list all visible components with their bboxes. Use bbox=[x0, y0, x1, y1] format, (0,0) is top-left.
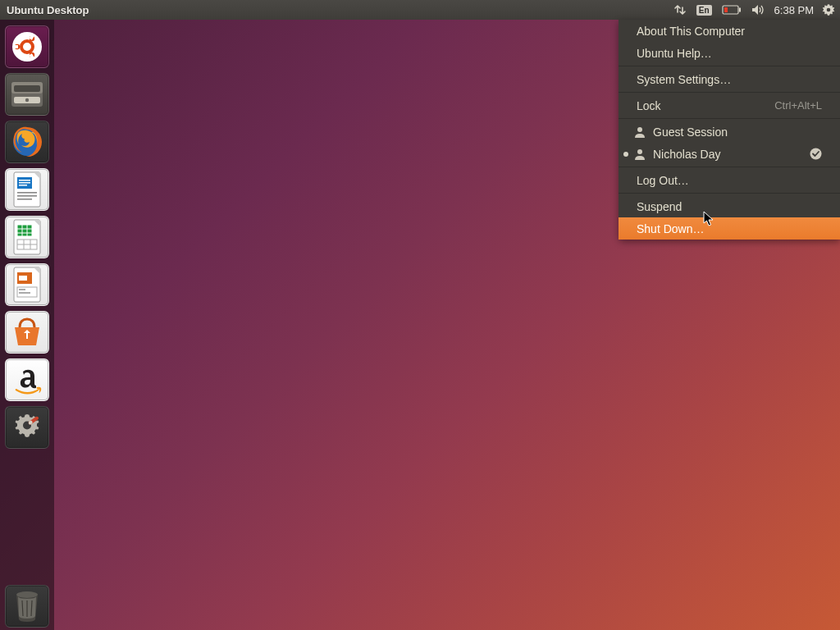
svg-point-50 bbox=[637, 127, 642, 132]
menu-help-label: Ubuntu Help… bbox=[637, 47, 712, 60]
svg-rect-24 bbox=[17, 195, 37, 197]
svg-point-46 bbox=[16, 591, 38, 598]
launcher-software[interactable] bbox=[5, 311, 49, 354]
launcher-impress[interactable] bbox=[5, 263, 49, 306]
menu-separator bbox=[619, 92, 840, 93]
top-panel: Ubuntu Desktop En 6:38 PM bbox=[0, 0, 840, 20]
svg-rect-20 bbox=[19, 180, 30, 181]
svg-point-16 bbox=[25, 98, 29, 102]
menu-guest-label: Guest Session bbox=[653, 126, 728, 139]
svg-rect-27 bbox=[17, 225, 32, 236]
writer-icon bbox=[11, 171, 43, 208]
trash-icon bbox=[11, 588, 43, 624]
menu-about[interactable]: About This Computer bbox=[619, 20, 840, 42]
clock-text: 6:38 PM bbox=[774, 4, 814, 16]
menu-user-label: Nicholas Day bbox=[653, 148, 720, 161]
battery-indicator[interactable] bbox=[717, 0, 746, 20]
menu-about-label: About This Computer bbox=[637, 25, 745, 38]
menu-settings-label: System Settings… bbox=[637, 73, 731, 86]
menu-logout-label: Log Out… bbox=[637, 174, 689, 187]
calc-icon bbox=[11, 218, 43, 256]
gear-icon bbox=[822, 3, 835, 16]
launcher-amazon[interactable] bbox=[5, 358, 49, 401]
svg-rect-41 bbox=[19, 289, 25, 290]
software-center-icon bbox=[10, 316, 44, 349]
menu-help[interactable]: Ubuntu Help… bbox=[619, 42, 840, 64]
launcher-calc[interactable] bbox=[5, 216, 49, 258]
check-badge-icon bbox=[810, 148, 822, 160]
launcher-writer[interactable] bbox=[5, 168, 49, 211]
launcher bbox=[0, 20, 54, 630]
firefox-icon bbox=[9, 124, 45, 160]
person-icon bbox=[633, 148, 646, 161]
svg-rect-42 bbox=[19, 292, 30, 294]
menu-separator bbox=[619, 66, 840, 66]
svg-rect-23 bbox=[17, 192, 37, 194]
svg-point-3 bbox=[827, 8, 831, 12]
menu-settings[interactable]: System Settings… bbox=[619, 68, 840, 90]
person-icon bbox=[633, 126, 646, 139]
menu-separator bbox=[619, 193, 840, 194]
menu-shutdown-label: Shut Down… bbox=[637, 222, 704, 235]
menu-user[interactable]: Nicholas Day bbox=[619, 143, 840, 165]
menu-guest[interactable]: Guest Session bbox=[619, 121, 840, 143]
keyboard-label: En bbox=[696, 5, 712, 16]
svg-rect-21 bbox=[19, 182, 30, 184]
network-indicator[interactable] bbox=[669, 0, 692, 20]
launcher-firefox[interactable] bbox=[5, 121, 49, 163]
menu-lock-label: Lock bbox=[637, 99, 661, 112]
menu-shutdown[interactable]: Shut Down… bbox=[619, 217, 840, 240]
launcher-files[interactable] bbox=[5, 73, 49, 116]
panel-title: Ubuntu Desktop bbox=[0, 4, 89, 16]
network-icon bbox=[673, 3, 687, 16]
menu-lock-shortcut: Ctrl+Alt+L bbox=[774, 99, 822, 112]
launcher-dash[interactable] bbox=[5, 25, 49, 68]
svg-rect-11 bbox=[13, 45, 18, 48]
svg-rect-2 bbox=[724, 7, 728, 12]
svg-rect-22 bbox=[19, 185, 27, 186]
launcher-trash[interactable] bbox=[5, 585, 49, 628]
svg-rect-14 bbox=[14, 85, 40, 92]
menu-logout[interactable]: Log Out… bbox=[619, 169, 840, 191]
menu-separator bbox=[619, 118, 840, 119]
files-icon bbox=[9, 79, 45, 110]
ubuntu-logo-icon bbox=[10, 30, 44, 64]
menu-lock[interactable]: Lock Ctrl+Alt+L bbox=[619, 94, 840, 116]
impress-icon bbox=[11, 266, 43, 304]
svg-rect-1 bbox=[739, 8, 741, 12]
system-menu: About This Computer Ubuntu Help… System … bbox=[619, 20, 840, 240]
keyboard-indicator[interactable]: En bbox=[692, 0, 717, 20]
sound-indicator[interactable] bbox=[746, 0, 771, 20]
menu-separator bbox=[619, 167, 840, 167]
amazon-icon bbox=[11, 363, 43, 396]
svg-rect-39 bbox=[19, 276, 27, 281]
svg-point-51 bbox=[637, 149, 642, 154]
volume-icon bbox=[751, 4, 766, 16]
svg-point-52 bbox=[810, 148, 822, 160]
active-user-indicator bbox=[623, 152, 628, 157]
battery-icon bbox=[722, 5, 742, 15]
menu-suspend-label: Suspend bbox=[637, 200, 682, 213]
settings-icon bbox=[9, 409, 45, 445]
menu-suspend[interactable]: Suspend bbox=[619, 195, 840, 217]
clock-indicator[interactable]: 6:38 PM bbox=[771, 0, 817, 20]
launcher-settings[interactable] bbox=[5, 406, 49, 449]
session-indicator[interactable] bbox=[817, 0, 840, 20]
svg-rect-25 bbox=[17, 199, 32, 200]
